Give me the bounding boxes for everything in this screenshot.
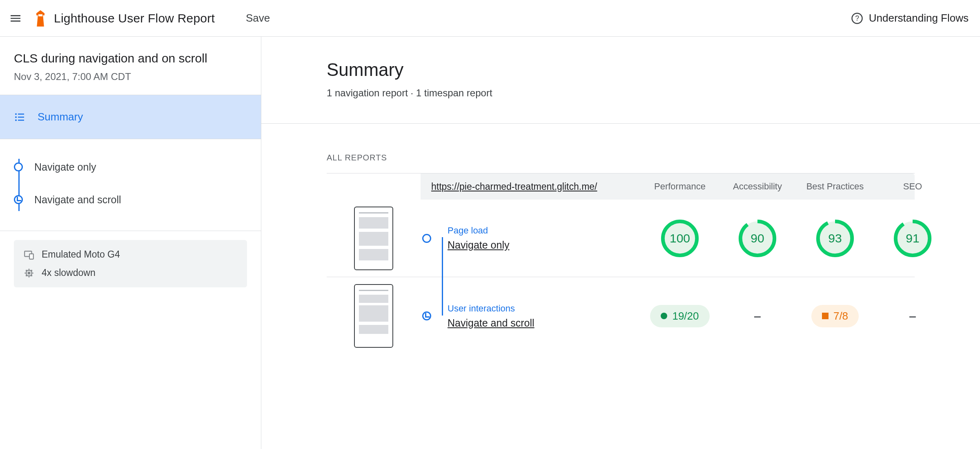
page-subtitle: 1 navigation report · 1 timespan report: [327, 87, 915, 99]
timeline-connector: [442, 237, 443, 316]
help-link[interactable]: ? Understanding Flows: [851, 12, 969, 24]
main-panel: Summary 1 navigation report · 1 timespan…: [261, 37, 980, 449]
report-url[interactable]: https://pie-charmed-treatment.glitch.me/: [421, 181, 641, 192]
env-throttle-label: 4x slowdown: [42, 267, 96, 278]
env-throttle: 4x slowdown: [24, 267, 237, 278]
svg-rect-0: [38, 14, 42, 16]
menu-button[interactable]: [7, 10, 24, 27]
hamburger-icon: [9, 12, 22, 25]
navigation-marker-icon: [422, 234, 431, 243]
row-name-link[interactable]: Navigate and scroll: [448, 317, 535, 329]
row-kind: Page load: [448, 225, 509, 236]
average-square-icon: [822, 313, 829, 319]
gauge-performance[interactable]: 100: [641, 218, 719, 259]
all-reports-label: ALL REPORTS: [327, 153, 915, 162]
step-label: Navigate and scroll: [34, 194, 121, 206]
summary-label: Summary: [38, 111, 83, 123]
save-button[interactable]: Save: [246, 12, 270, 24]
app-logo: Lighthouse User Flow Report: [34, 10, 215, 27]
gauge-seo[interactable]: 91: [874, 218, 951, 259]
svg-point-3: [15, 113, 17, 115]
sidebar: CLS during navigation and on scroll Nov …: [0, 37, 261, 449]
navigation-marker-icon: [14, 162, 23, 171]
na-accessibility: –: [719, 309, 796, 324]
screenshot-thumbnail[interactable]: [354, 207, 393, 270]
environment-panel: Emulated Moto G4 4x slowdown: [14, 240, 247, 287]
gauge-value: 100: [659, 218, 700, 259]
topbar: Lighthouse User Flow Report Save ? Under…: [0, 0, 980, 37]
svg-point-4: [15, 116, 17, 118]
env-device: Emulated Moto G4: [24, 249, 237, 260]
help-icon: ?: [851, 12, 863, 24]
svg-rect-9: [28, 271, 31, 274]
row-kind: User interactions: [448, 303, 535, 314]
col-seo: SEO: [874, 181, 951, 192]
reports-header: https://pie-charmed-treatment.glitch.me/…: [421, 173, 915, 200]
col-performance: Performance: [641, 181, 719, 192]
gauge-best-practices[interactable]: 93: [796, 218, 874, 259]
divider: [261, 123, 980, 124]
col-best-practices: Best Practices: [796, 181, 874, 192]
sidebar-step-navigate-and-scroll[interactable]: Navigate and scroll: [14, 183, 247, 216]
step-label: Navigate only: [34, 161, 96, 173]
sidebar-item-summary[interactable]: Summary: [0, 95, 261, 139]
timespan-marker-icon: [14, 195, 23, 204]
row-name-link[interactable]: Navigate only: [448, 239, 509, 251]
gauge-value: 93: [815, 218, 855, 259]
gauge-accessibility[interactable]: 90: [719, 218, 796, 259]
fraction-best-practices[interactable]: 7/8: [796, 305, 874, 327]
flow-title: CLS during navigation and on scroll: [14, 51, 247, 65]
screenshot-thumbnail[interactable]: [354, 284, 393, 348]
lighthouse-icon: [34, 10, 47, 27]
sidebar-steps: Navigate only Navigate and scroll: [0, 139, 261, 231]
report-row-navigate-only: Page load Navigate only 100 90: [327, 200, 915, 277]
gauge-value: 91: [892, 218, 933, 259]
sidebar-step-navigate-only[interactable]: Navigate only: [14, 151, 247, 183]
fraction-text: 19/20: [672, 310, 699, 322]
page-heading: Summary: [327, 60, 915, 80]
help-label: Understanding Flows: [869, 12, 969, 24]
device-icon: [24, 249, 34, 260]
flow-header: CLS during navigation and on scroll Nov …: [0, 37, 261, 95]
env-device-label: Emulated Moto G4: [42, 249, 120, 260]
flow-timestamp: Nov 3, 2021, 7:00 AM CDT: [14, 71, 247, 82]
cpu-icon: [24, 268, 34, 278]
svg-point-5: [15, 119, 17, 121]
svg-rect-7: [29, 253, 33, 259]
fraction-performance[interactable]: 19/20: [641, 305, 719, 327]
svg-text:?: ?: [855, 14, 859, 22]
gauge-value: 90: [737, 218, 778, 259]
fraction-text: 7/8: [833, 310, 848, 322]
timespan-marker-icon: [422, 311, 431, 320]
app-title: Lighthouse User Flow Report: [54, 11, 215, 25]
pass-dot-icon: [661, 313, 667, 319]
report-row-navigate-and-scroll: User interactions Navigate and scroll 19…: [327, 277, 915, 355]
col-accessibility: Accessibility: [719, 181, 796, 192]
na-seo: –: [874, 309, 951, 324]
list-icon: [14, 111, 26, 123]
